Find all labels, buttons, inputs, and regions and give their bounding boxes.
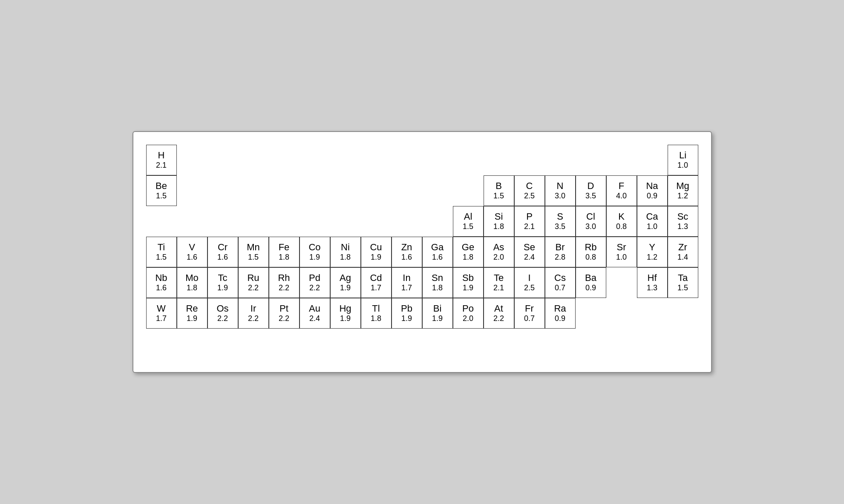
element-ra: Ra0.9 xyxy=(545,298,576,329)
en-v: 1.6 xyxy=(187,253,197,262)
empty-cell-r3-c12 xyxy=(422,206,453,237)
en-s: 3.5 xyxy=(555,222,565,232)
element-tc: Tc1.9 xyxy=(207,267,238,298)
symbol-br: Br xyxy=(556,242,565,253)
element-p: P2.1 xyxy=(514,206,545,237)
symbol-na: Na xyxy=(646,180,658,192)
empty-cell-r7-c11 xyxy=(269,329,300,359)
empty-cell-r3-c4 xyxy=(177,206,207,237)
element-br: Br2.8 xyxy=(545,237,576,267)
element-ni: Ni1.8 xyxy=(330,237,361,267)
empty-cell-r3-c5 xyxy=(207,206,238,237)
element-cu: Cu1.9 xyxy=(361,237,392,267)
empty-cell-r1-c14 xyxy=(545,145,576,175)
empty-cell-r2-c10 xyxy=(392,175,422,206)
en-si: 1.8 xyxy=(493,222,504,232)
symbol-po: Po xyxy=(462,303,474,314)
empty-cell-r2-c3 xyxy=(177,175,207,206)
symbol-ru: Ru xyxy=(247,272,259,284)
en-tl: 1.8 xyxy=(371,314,381,324)
en-ag: 1.9 xyxy=(340,284,351,293)
empty-cell-r1-c7 xyxy=(330,145,361,175)
en-se: 2.4 xyxy=(524,253,535,262)
symbol-ag: Ag xyxy=(340,272,351,284)
element-cl: Cl3.0 xyxy=(576,206,606,237)
element-ag: Ag1.9 xyxy=(330,267,361,298)
element-na: Na0.9 xyxy=(637,175,668,206)
en-hg: 1.9 xyxy=(340,314,351,324)
en-d: 3.5 xyxy=(585,192,596,201)
empty-cell-r7-c8 xyxy=(177,329,207,359)
element-ga: Ga1.6 xyxy=(422,237,453,267)
element-bi: Bi1.9 xyxy=(422,298,453,329)
element-in: In1.7 xyxy=(392,267,422,298)
symbol-at: At xyxy=(494,303,503,314)
en-mg: 1.2 xyxy=(677,192,688,201)
symbol-h: H xyxy=(158,150,165,161)
element-ta: Ta1.5 xyxy=(668,267,698,298)
element-f: F4.0 xyxy=(606,175,637,206)
element-rh: Rh2.2 xyxy=(269,267,300,298)
element-tl: Tl1.8 xyxy=(361,298,392,329)
en-be: 1.5 xyxy=(156,192,167,201)
empty-cell-r1-c3 xyxy=(207,145,238,175)
en-nb: 1.6 xyxy=(156,284,167,293)
en-ni: 1.8 xyxy=(340,253,351,262)
en-tc: 1.9 xyxy=(217,284,228,293)
symbol-sc: Sc xyxy=(677,211,688,222)
empty-cell-r1-c11 xyxy=(453,145,484,175)
symbol-pt: Pt xyxy=(279,303,288,314)
en-rh: 2.2 xyxy=(279,284,289,293)
symbol-li: Li xyxy=(679,150,686,161)
en-ir: 2.2 xyxy=(248,314,259,324)
element-v: V1.6 xyxy=(177,237,207,267)
element-li: Li1.0 xyxy=(668,145,698,175)
element-n: N3.0 xyxy=(545,175,576,206)
element-b: B1.5 xyxy=(484,175,514,206)
en-ti: 1.5 xyxy=(156,253,167,262)
en-w: 1.7 xyxy=(156,314,167,324)
empty-cell-r7-c7 xyxy=(146,329,177,359)
en-te: 2.1 xyxy=(493,284,504,293)
symbol-au: Au xyxy=(309,303,320,314)
en-ba: 0.9 xyxy=(585,284,596,293)
symbol-sr: Sr xyxy=(617,242,626,253)
element-ge: Ge1.8 xyxy=(453,237,484,267)
empty-cell-r7-c17 xyxy=(453,329,484,359)
empty-cell-r1-c12 xyxy=(484,145,514,175)
element-ba: Ba0.9 xyxy=(576,267,606,298)
element-ti: Ti1.5 xyxy=(146,237,177,267)
element-fr: Fr0.7 xyxy=(514,298,545,329)
symbol-ta: Ta xyxy=(678,272,688,284)
en-k: 0.8 xyxy=(616,222,627,232)
en-ca: 1.0 xyxy=(647,222,657,232)
en-os: 2.2 xyxy=(217,314,228,324)
element-cd: Cd1.7 xyxy=(361,267,392,298)
en-bi: 1.9 xyxy=(432,314,443,324)
element-w: W1.7 xyxy=(146,298,177,329)
empty-cell-r2-c7 xyxy=(300,175,330,206)
element-mo: Mo1.8 xyxy=(177,267,207,298)
symbol-fe: Fe xyxy=(279,242,290,253)
empty-cell-r1-c13 xyxy=(514,145,545,175)
symbol-al: Al xyxy=(464,211,472,222)
symbol-tl: Tl xyxy=(372,303,380,314)
element-te: Te2.1 xyxy=(484,267,514,298)
en-as: 2.0 xyxy=(493,253,504,262)
empty-cell-r3-c10 xyxy=(361,206,392,237)
empty-cell-r3-c9 xyxy=(330,206,361,237)
symbol-os: Os xyxy=(216,303,228,314)
symbol-ge: Ge xyxy=(462,242,474,253)
en-au: 2.4 xyxy=(309,314,320,324)
element-i: I2.5 xyxy=(514,267,545,298)
en-zr: 1.4 xyxy=(677,253,688,262)
symbol-as: As xyxy=(493,242,504,253)
symbol-ga: Ga xyxy=(431,242,444,253)
element-co: Co1.9 xyxy=(300,237,330,267)
element-ir: Ir2.2 xyxy=(238,298,269,329)
en-sc: 1.3 xyxy=(677,222,688,232)
symbol-hg: Hg xyxy=(339,303,351,314)
empty-cell-r7-c10 xyxy=(238,329,269,359)
element-cs: Cs0.7 xyxy=(545,267,576,298)
element-pt: Pt2.2 xyxy=(269,298,300,329)
